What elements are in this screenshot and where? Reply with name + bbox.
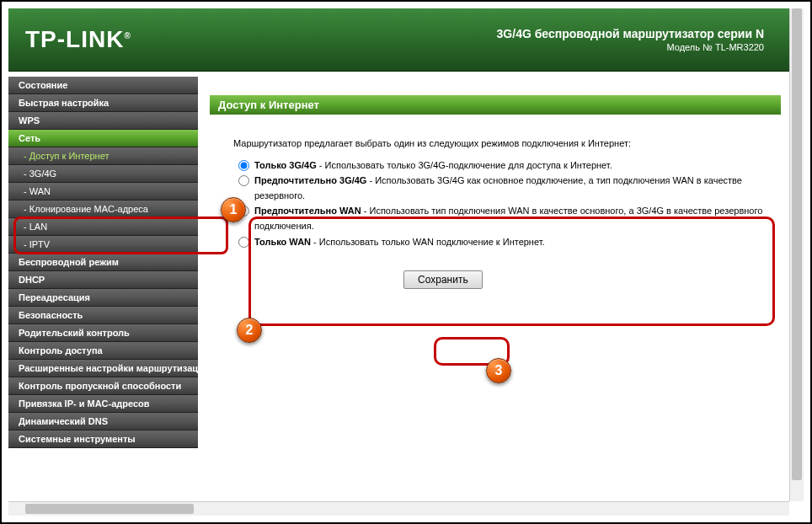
option-label-2: Предпочтительно WAN - Использовать тип п… xyxy=(254,204,772,233)
panel-intro: Маршрутизатор предлагает выбрать один из… xyxy=(233,136,772,152)
sidebar-item-13[interactable]: Безопасность xyxy=(8,307,198,324)
sidebar-item-16[interactable]: Расширенные настройки маршрутизации xyxy=(8,360,198,377)
sidebar-item-18[interactable]: Привязка IP- и MAC-адресов xyxy=(8,395,198,413)
sidebar-item-7[interactable]: - Клонирование MAC-адреса xyxy=(8,201,198,218)
content: Доступ к Интернет Маршрутизатор предлага… xyxy=(198,72,789,501)
sidebar-item-11[interactable]: DHCP xyxy=(8,271,198,289)
option-radio-0[interactable] xyxy=(238,160,249,171)
option-label-3: Только WAN - Использовать только WAN под… xyxy=(254,235,545,250)
sidebar-item-2[interactable]: WPS xyxy=(8,112,198,130)
sidebar-item-20[interactable]: Системные инструменты xyxy=(8,430,198,448)
sidebar-item-12[interactable]: Переадресация xyxy=(8,289,198,307)
sidebar-item-14[interactable]: Родительский контроль xyxy=(8,324,198,342)
panel-body: Маршрутизатор предлагает выбрать один из… xyxy=(210,115,781,259)
sidebar-item-4[interactable]: - Доступ к Интернет xyxy=(8,147,198,165)
sidebar-item-8[interactable]: - LAN xyxy=(8,218,198,236)
sidebar-item-3[interactable]: Сеть xyxy=(8,130,198,147)
horizontal-scrollbar[interactable] xyxy=(8,501,789,516)
option-label-1: Предпочтительно 3G/4G - Использовать 3G/… xyxy=(254,174,772,203)
sidebar-item-6[interactable]: - WAN xyxy=(8,183,198,201)
annotation-badge-2: 2 xyxy=(237,318,262,343)
sidebar-item-9[interactable]: - IPTV xyxy=(8,236,198,254)
sidebar-item-15[interactable]: Контроль доступа xyxy=(8,342,198,360)
sidebar-item-17[interactable]: Контроль пропускной способности xyxy=(8,377,198,395)
vertical-scrollbar[interactable] xyxy=(789,8,804,501)
save-button[interactable]: Сохранить xyxy=(403,270,483,289)
sidebar: СостояниеБыстрая настройкаWPSСеть- Досту… xyxy=(8,72,198,501)
option-radio-1[interactable] xyxy=(238,175,249,186)
panel-title: Доступ к Интернет xyxy=(210,95,781,115)
option-row-0: Только 3G/4G - Использовать только 3G/4G… xyxy=(233,158,772,174)
header-title: 3G/4G беспроводной маршрутизатор серии N xyxy=(497,27,764,40)
sidebar-item-10[interactable]: Беспроводной режим xyxy=(8,254,198,271)
header-model: Модель № TL-MR3220 xyxy=(497,42,764,52)
sidebar-item-0[interactable]: Состояние xyxy=(8,77,198,94)
header: TP-LINK® 3G/4G беспроводной маршрутизато… xyxy=(8,8,789,72)
option-row-2: Предпочтительно WAN - Использовать тип п… xyxy=(233,204,772,233)
logo: TP-LINK® xyxy=(25,26,131,53)
option-label-0: Только 3G/4G - Использовать только 3G/4G… xyxy=(254,158,612,174)
option-row-1: Предпочтительно 3G/4G - Использовать 3G/… xyxy=(233,174,772,203)
annotation-badge-1: 1 xyxy=(221,197,246,222)
sidebar-item-5[interactable]: - 3G/4G xyxy=(8,165,198,183)
option-radio-3[interactable] xyxy=(238,237,249,248)
annotation-badge-3: 3 xyxy=(486,358,511,383)
option-row-3: Только WAN - Использовать только WAN под… xyxy=(233,235,772,250)
sidebar-item-19[interactable]: Динамический DNS xyxy=(8,413,198,430)
sidebar-item-1[interactable]: Быстрая настройка xyxy=(8,94,198,112)
